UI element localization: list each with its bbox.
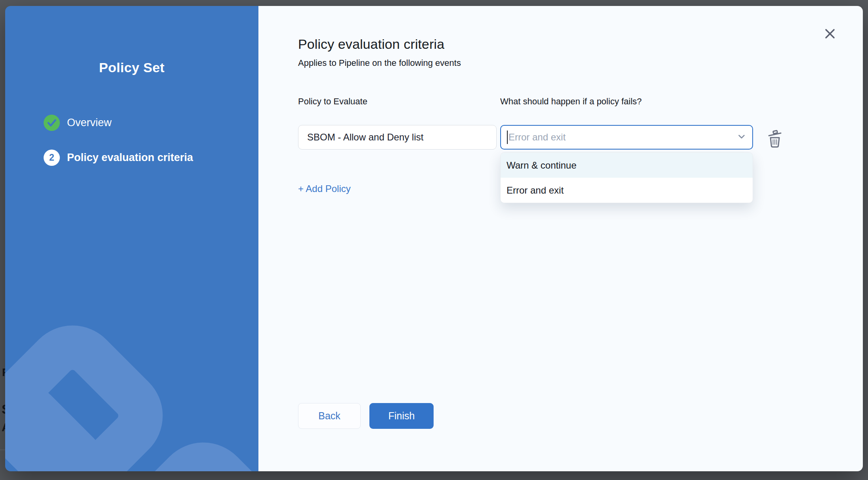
form-label-row: Policy to Evaluate What should happen if… bbox=[298, 96, 863, 107]
delete-policy-trash-icon[interactable] bbox=[766, 128, 784, 150]
policy-to-evaluate-input[interactable] bbox=[298, 125, 497, 150]
form-field-row: Error and exit Warn & continue Error and… bbox=[298, 125, 863, 150]
wizard-title: Policy Set bbox=[5, 60, 258, 75]
text-cursor bbox=[507, 131, 508, 144]
dropdown-option-warn-continue[interactable]: Warn & continue bbox=[501, 153, 753, 178]
wizard-steps: Overview 2 Policy evaluation criteria bbox=[44, 115, 193, 166]
step-overview[interactable]: Overview bbox=[44, 115, 193, 131]
step-complete-check-icon bbox=[44, 115, 60, 131]
chevron-down-icon[interactable] bbox=[736, 131, 747, 143]
footer-actions: Back Finish bbox=[298, 403, 434, 429]
finish-button[interactable]: Finish bbox=[369, 403, 434, 429]
policy-set-modal: Policy Set Overview 2 Policy evaluation … bbox=[5, 6, 863, 471]
policy-fail-label: What should happen if a policy fails? bbox=[500, 96, 753, 107]
step-number-badge: 2 bbox=[44, 150, 60, 166]
combobox-placeholder: Error and exit bbox=[509, 132, 566, 143]
step-overview-label: Overview bbox=[67, 117, 112, 129]
brand-watermark-logo bbox=[5, 301, 258, 471]
page-subtitle: Applies to Pipeline on the following eve… bbox=[298, 58, 863, 68]
close-icon[interactable] bbox=[822, 25, 838, 42]
page-title: Policy evaluation criteria bbox=[298, 36, 863, 52]
policy-fail-combobox-wrap: Error and exit Warn & continue Error and… bbox=[500, 125, 753, 150]
step-policy-evaluation-label: Policy evaluation criteria bbox=[67, 152, 193, 164]
add-policy-link[interactable]: + Add Policy bbox=[298, 183, 351, 194]
background-divider bbox=[0, 449, 5, 450]
step-policy-evaluation-criteria[interactable]: 2 Policy evaluation criteria bbox=[44, 150, 193, 166]
back-button[interactable]: Back bbox=[298, 403, 361, 429]
policy-fail-combobox[interactable]: Error and exit bbox=[500, 125, 753, 150]
policy-to-evaluate-label: Policy to Evaluate bbox=[298, 96, 497, 107]
modal-content: Policy evaluation criteria Applies to Pi… bbox=[258, 6, 863, 471]
dropdown-menu: Warn & continue Error and exit bbox=[500, 152, 753, 203]
wizard-sidebar: Policy Set Overview 2 Policy evaluation … bbox=[5, 6, 258, 471]
dropdown-option-error-exit[interactable]: Error and exit bbox=[501, 178, 753, 203]
